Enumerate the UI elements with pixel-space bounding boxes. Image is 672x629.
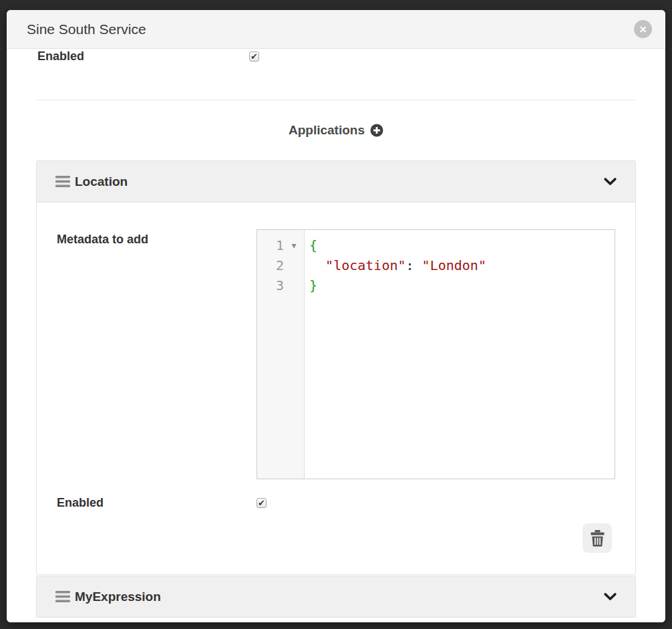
plus-circle-icon[interactable] [370, 124, 383, 137]
editor-gutter: 1 ▾ 2 3 [257, 230, 305, 479]
fold-spacer [284, 255, 304, 275]
close-brace-token: } [309, 277, 317, 293]
fold-arrow-icon[interactable]: ▾ [284, 235, 304, 255]
add-application-control: Applications [289, 123, 383, 138]
drag-handle-icon[interactable] [55, 176, 70, 187]
panel-title-myexpression: MyExpression [75, 590, 161, 604]
application-enabled-checkbox[interactable]: ✔ [257, 498, 267, 508]
panel-body-location: Metadata to add 1 ▾ 2 [37, 202, 635, 574]
check-icon: ✔ [258, 499, 265, 507]
panel-header-location[interactable]: Location [37, 161, 635, 202]
close-icon: ✕ [639, 24, 647, 35]
chevron-down-icon [604, 178, 617, 186]
delete-application-row [57, 523, 615, 553]
drag-handle-icon[interactable] [55, 591, 70, 602]
modal-body: Enabled ✔ Applications [7, 49, 665, 622]
modal-title: Sine South Service [27, 21, 146, 37]
application-panel-myexpression: MyExpression [36, 576, 636, 618]
application-enabled-label: Enabled [57, 493, 257, 513]
gutter-line: 2 [257, 255, 304, 275]
line-number: 1 [257, 235, 284, 255]
panel-header-myexpression[interactable]: MyExpression [37, 576, 635, 617]
fold-spacer [284, 275, 304, 295]
check-icon: ✔ [250, 52, 258, 61]
section-divider [36, 100, 636, 100]
trash-icon [590, 530, 605, 547]
chevron-down-icon [604, 593, 617, 601]
service-enabled-checkbox[interactable]: ✔ [249, 51, 259, 61]
line-number: 3 [257, 275, 284, 295]
expand-panel-control[interactable] [604, 593, 617, 601]
collapse-panel-control[interactable] [604, 178, 617, 186]
gutter-line: 3 [257, 275, 304, 295]
code-line-3: } [309, 275, 612, 295]
open-brace-token: { [309, 237, 317, 253]
code-line-1: { [309, 235, 612, 255]
json-key-token: "location" [325, 257, 405, 273]
applications-heading-row: Applications [36, 123, 636, 138]
application-enabled-row: Enabled ✔ [57, 493, 615, 513]
colon-token: : [406, 257, 422, 273]
service-enabled-label: Enabled [37, 49, 249, 66]
application-panel-location: Location Metadata to add 1 ▾ [36, 160, 636, 575]
close-button[interactable]: ✕ [634, 20, 652, 38]
service-modal: Sine South Service ✕ Enabled ✔ Applicati… [7, 10, 665, 622]
metadata-label: Metadata to add [57, 229, 257, 249]
json-code-editor[interactable]: 1 ▾ 2 3 [257, 229, 615, 479]
delete-application-button[interactable] [582, 523, 612, 553]
indent [309, 257, 325, 273]
json-value-token: "London" [422, 257, 486, 273]
panel-title-location: Location [75, 174, 128, 189]
code-line-2: "location": "London" [309, 255, 612, 275]
applications-heading: Applications [289, 123, 365, 138]
gutter-line: 1 ▾ [257, 235, 304, 255]
code-area[interactable]: { "location": "London" } [305, 230, 615, 479]
metadata-field-row: Metadata to add 1 ▾ 2 [57, 229, 615, 479]
line-number: 2 [257, 255, 284, 275]
service-enabled-row: Enabled ✔ [36, 49, 636, 66]
modal-header: Sine South Service ✕ [7, 10, 665, 49]
